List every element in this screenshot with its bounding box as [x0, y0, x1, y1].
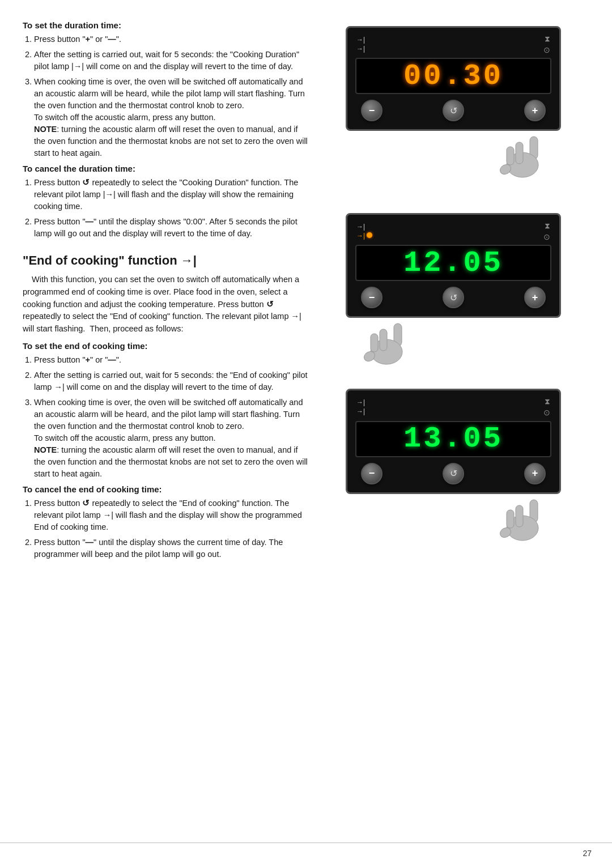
- display3-middle-btn[interactable]: ↺: [443, 463, 464, 484]
- set-duration-section: To set the duration time: Press button "…: [23, 20, 309, 159]
- set-duration-list: Press button "+" or "—". After the setti…: [23, 33, 309, 159]
- display2-middle-btn[interactable]: ↺: [443, 287, 464, 308]
- set-duration-step-1: Press button "+" or "—".: [34, 33, 309, 45]
- display3-minus-btn[interactable]: −: [361, 463, 382, 484]
- svg-rect-12: [516, 505, 523, 527]
- hand-svg-2: [357, 321, 414, 372]
- display1-top-indicators: →| →| ⧗ ⊙: [355, 33, 551, 56]
- cancel-duration-step-2: Press button "—" until the display shows…: [34, 216, 309, 240]
- hand-pointer-3: [493, 497, 550, 548]
- cancel-end-step-1: Press button ↺ repeatedly to select the …: [34, 497, 309, 533]
- display2-controls: − ↺ +: [355, 283, 551, 308]
- right-column: →| →| ⧗ ⊙ 00.30 − ↺: [323, 20, 584, 848]
- display3-top-indicators: →| →| ⧗ ⊙: [355, 396, 551, 418]
- set-duration-step-3: When cooking time is over, the oven will…: [34, 76, 309, 159]
- display1-middle-btn[interactable]: ↺: [443, 100, 464, 121]
- display-group-3: →| →| ⧗ ⊙ 13.05 − ↺: [346, 389, 561, 559]
- set-end-section: To set the end of cooking time: Press bu…: [23, 341, 309, 480]
- page-container: To set the duration time: Press button "…: [0, 0, 612, 868]
- cancel-duration-list: Press button ↺ repeatedly to select the …: [23, 177, 309, 240]
- display3-plus-btn[interactable]: +: [524, 463, 546, 484]
- display1-digit: 00.30: [355, 58, 551, 94]
- display1-right-icons: ⧗ ⊙: [543, 33, 550, 56]
- display2-left-arrows: →| →|: [356, 223, 372, 240]
- display1-time: 00.30: [403, 59, 503, 93]
- display-group-2: →| →| ⧗ ⊙ 12.05 − ↺: [346, 213, 561, 383]
- hand-pointer-1: [493, 134, 550, 185]
- display3-right-icons: ⧗ ⊙: [543, 396, 550, 418]
- set-end-step-1: Press button "+" or "—".: [34, 354, 309, 366]
- svg-rect-13: [507, 510, 514, 528]
- display2-top-indicators: →| →| ⧗ ⊙: [355, 220, 551, 242]
- cancel-duration-step-1: Press button ↺ repeatedly to select the …: [34, 177, 309, 212]
- page-number: 27: [583, 849, 592, 858]
- display3-controls: − ↺ +: [355, 459, 551, 484]
- display3-left-arrows: →| →|: [356, 398, 365, 416]
- display2-minus-btn[interactable]: −: [361, 287, 382, 308]
- set-end-heading: To set the end of cooking time:: [23, 341, 309, 351]
- display-group-1: →| →| ⧗ ⊙ 00.30 − ↺: [346, 26, 561, 196]
- svg-rect-2: [516, 142, 523, 164]
- cancel-end-step-2: Press button "—" until the display shows…: [34, 537, 309, 560]
- display2-plus-btn[interactable]: +: [524, 287, 546, 308]
- display1-plus-btn[interactable]: +: [524, 100, 546, 121]
- set-duration-heading: To set the duration time:: [23, 20, 309, 30]
- hand-pointer-2: [357, 321, 414, 372]
- display1-minus-btn[interactable]: −: [361, 100, 382, 121]
- display3-time: 13.05: [403, 422, 503, 456]
- display-panel-2: →| →| ⧗ ⊙ 12.05 − ↺: [346, 213, 561, 318]
- cancel-duration-section: To cancel the duration time: Press butto…: [23, 164, 309, 240]
- set-end-step-2: After the setting is carried out, wait f…: [34, 369, 309, 393]
- display-panel-3: →| →| ⧗ ⊙ 13.05 − ↺: [346, 389, 561, 493]
- display2-time: 12.05: [403, 246, 503, 280]
- cancel-duration-heading: To cancel the duration time:: [23, 164, 309, 173]
- display1-left-arrows: →| →|: [356, 36, 365, 53]
- set-end-step-3: When cooking time is over, the oven will…: [34, 397, 309, 480]
- set-end-list: Press button "+" or "—". After the setti…: [23, 354, 309, 480]
- display3-digit: 13.05: [355, 421, 551, 457]
- cancel-end-list: Press button ↺ repeatedly to select the …: [23, 497, 309, 560]
- end-cooking-description: With this function, you can set the oven…: [23, 274, 309, 335]
- svg-rect-7: [380, 329, 387, 351]
- svg-rect-8: [371, 334, 378, 352]
- cancel-end-heading: To cancel the end of cooking time:: [23, 484, 309, 494]
- hand-svg-3: [493, 497, 550, 548]
- display2-digit: 12.05: [355, 245, 551, 281]
- display1-controls: − ↺ +: [355, 96, 551, 121]
- end-cooking-heading: "End of cooking" function →|: [23, 253, 309, 268]
- set-duration-step-2: After the setting is carried out, wait f…: [34, 49, 309, 73]
- hand-svg-1: [493, 134, 550, 185]
- cancel-end-section: To cancel the end of cooking time: Press…: [23, 484, 309, 560]
- svg-rect-3: [507, 147, 514, 165]
- display-panel-1: →| →| ⧗ ⊙ 00.30 − ↺: [346, 26, 561, 131]
- display2-right-icons: ⧗ ⊙: [543, 220, 550, 242]
- left-column: To set the duration time: Press button "…: [23, 20, 323, 848]
- bottom-border: [0, 843, 612, 843]
